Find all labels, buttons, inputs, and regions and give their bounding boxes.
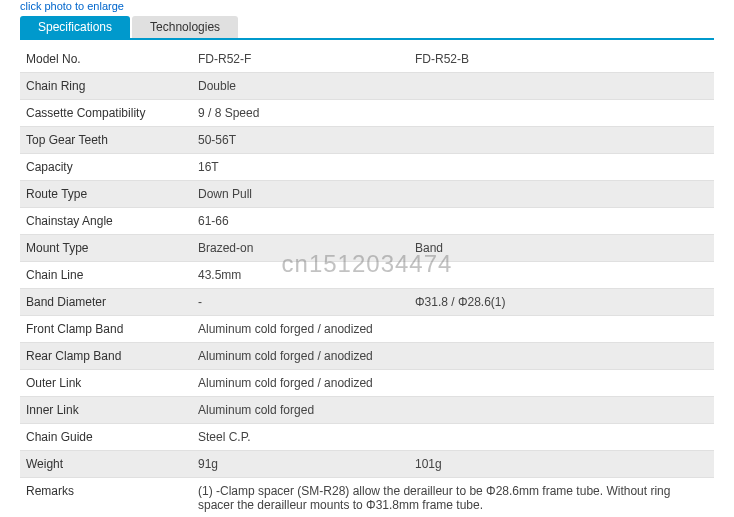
tab-bar: Specifications Technologies <box>20 16 714 40</box>
table-row: Model No.FD-R52-FFD-R52-B <box>20 46 714 73</box>
spec-label: Mount Type <box>20 235 192 262</box>
table-row: Front Clamp BandAluminum cold forged / a… <box>20 316 714 343</box>
table-row: Chain GuideSteel C.P. <box>20 424 714 451</box>
spec-value: 43.5mm <box>192 262 714 289</box>
spec-value: Aluminum cold forged / anodized <box>192 370 714 397</box>
spec-value-2: Band <box>409 235 714 262</box>
spec-label: Chain Line <box>20 262 192 289</box>
spec-label: Top Gear Teeth <box>20 127 192 154</box>
spec-label: Remarks <box>20 478 192 518</box>
table-row: Chain Line43.5mm <box>20 262 714 289</box>
table-row: Outer LinkAluminum cold forged / anodize… <box>20 370 714 397</box>
spec-value-2: FD-R52-B <box>409 46 714 73</box>
spec-value: Steel C.P. <box>192 424 714 451</box>
spec-label: Outer Link <box>20 370 192 397</box>
spec-label: Chain Guide <box>20 424 192 451</box>
spec-value: 50-56T <box>192 127 714 154</box>
spec-value: Aluminum cold forged <box>192 397 714 424</box>
spec-value: Down Pull <box>192 181 714 208</box>
spec-label: Model No. <box>20 46 192 73</box>
spec-label: Route Type <box>20 181 192 208</box>
spec-value-2: Φ31.8 / Φ28.6(1) <box>409 289 714 316</box>
table-row: Capacity16T <box>20 154 714 181</box>
spec-label: Cassette Compatibility <box>20 100 192 127</box>
table-row: Rear Clamp BandAluminum cold forged / an… <box>20 343 714 370</box>
spec-value: Aluminum cold forged / anodized <box>192 316 714 343</box>
table-row: Weight91g101g <box>20 451 714 478</box>
spec-label: Capacity <box>20 154 192 181</box>
spec-label: Weight <box>20 451 192 478</box>
spec-label: Band Diameter <box>20 289 192 316</box>
spec-value: Aluminum cold forged / anodized <box>192 343 714 370</box>
tab-specifications[interactable]: Specifications <box>20 16 130 38</box>
spec-value-1: Brazed-on <box>192 235 409 262</box>
spec-value-2: 101g <box>409 451 714 478</box>
enlarge-link[interactable]: click photo to enlarge <box>0 0 734 16</box>
spec-table: Model No.FD-R52-FFD-R52-BChain RingDoubl… <box>20 46 714 517</box>
spec-label: Chainstay Angle <box>20 208 192 235</box>
spec-value: Double <box>192 73 714 100</box>
tab-technologies[interactable]: Technologies <box>132 16 238 38</box>
spec-value: (1) -Clamp spacer (SM-R28) allow the der… <box>192 478 714 518</box>
table-row: Route TypeDown Pull <box>20 181 714 208</box>
table-row: Band Diameter-Φ31.8 / Φ28.6(1) <box>20 289 714 316</box>
table-row: Top Gear Teeth50-56T <box>20 127 714 154</box>
table-row: Chainstay Angle61-66 <box>20 208 714 235</box>
table-row: Mount TypeBrazed-onBand <box>20 235 714 262</box>
spec-value: 16T <box>192 154 714 181</box>
spec-label: Front Clamp Band <box>20 316 192 343</box>
spec-value-1: FD-R52-F <box>192 46 409 73</box>
spec-value-1: 91g <box>192 451 409 478</box>
table-row: Inner LinkAluminum cold forged <box>20 397 714 424</box>
spec-label: Rear Clamp Band <box>20 343 192 370</box>
spec-value: 61-66 <box>192 208 714 235</box>
spec-label: Inner Link <box>20 397 192 424</box>
table-row: Chain RingDouble <box>20 73 714 100</box>
table-row: Cassette Compatibility9 / 8 Speed <box>20 100 714 127</box>
spec-label: Chain Ring <box>20 73 192 100</box>
spec-value-1: - <box>192 289 409 316</box>
table-row: Remarks(1) -Clamp spacer (SM-R28) allow … <box>20 478 714 518</box>
spec-value: 9 / 8 Speed <box>192 100 714 127</box>
